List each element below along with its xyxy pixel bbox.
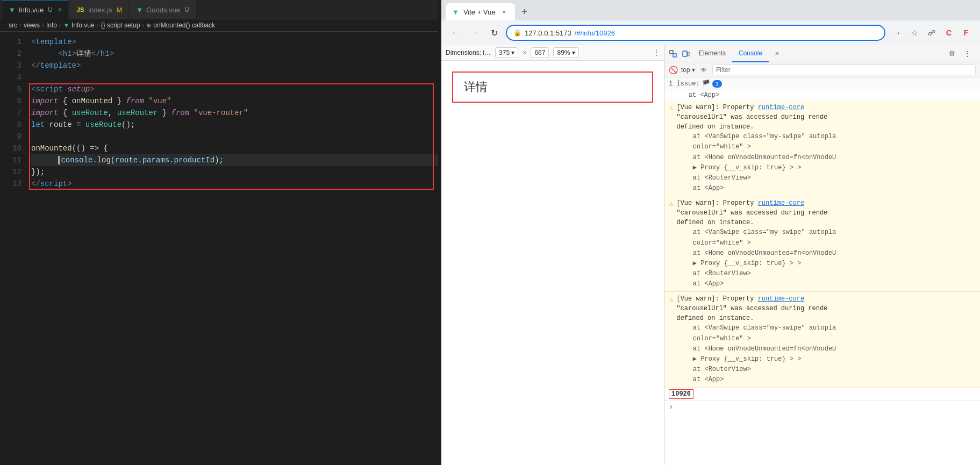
browser-toolbar: ← → ↻ 🔒 127.0.0.1:5173 /#/info/10926 → ☆… xyxy=(441,20,980,45)
devtools-action-icons: ⚙ ⋮ xyxy=(946,47,978,60)
settings-button[interactable]: ⚙ xyxy=(946,47,958,60)
address-url-prefix: 127.0.0.1:5173 xyxy=(525,29,571,37)
console-output-10926: 10926 xyxy=(664,388,980,400)
dimensions-x: × xyxy=(523,49,526,56)
lock-icon: 🔒 xyxy=(513,29,521,37)
browser-body: Dimensions: i… 375 ▾ × 667 89% ▾ ⋮ 详情 xyxy=(441,45,980,465)
code-line-3: </template> xyxy=(31,60,438,71)
browser-tab-vue-icon: ▼ xyxy=(452,8,459,16)
breadcrumb-func-icon: ⊕ xyxy=(146,22,151,29)
console-warning-2: ⚠ [Vue warn]: Property runtime-core "car… xyxy=(664,196,980,292)
viewport-toolbar: Dimensions: i… 375 ▾ × 667 89% ▾ ⋮ xyxy=(441,45,664,61)
console-at-app-0: at <App> xyxy=(664,90,980,101)
svg-rect-1 xyxy=(673,54,676,57)
code-line-10: onMounted (() => { xyxy=(31,142,438,154)
tab-console[interactable]: Console xyxy=(732,45,769,62)
tab-info-vue-label: Info.vue xyxy=(19,6,44,14)
code-line-1: <template> xyxy=(31,36,438,48)
extensions-button[interactable]: ☍ xyxy=(924,25,939,40)
bookmark-button[interactable]: ☆ xyxy=(907,25,922,40)
viewport: Dimensions: i… 375 ▾ × 667 89% ▾ ⋮ 详情 xyxy=(441,45,664,465)
c-icon-button[interactable]: C xyxy=(941,25,956,40)
detail-box: 详情 xyxy=(452,71,653,103)
breadcrumb-src: src xyxy=(9,22,17,29)
warning-icon-2: ⚠ xyxy=(669,199,673,289)
code-area: 1 2 3 4 5 6 7 8 9 10 11 12 13 <template> xyxy=(0,32,438,465)
editor-tab-bar: ▼ Info.vue U × JS index.js M ▼ Goods.vue… xyxy=(0,0,438,19)
breadcrumb: src › views › Info › ▼ Info.vue › {} scr… xyxy=(0,19,438,32)
issue-icon[interactable]: 🏴 xyxy=(702,80,710,88)
warning-text-2: [Vue warn]: Property runtime-core "carou… xyxy=(676,198,976,289)
issue-label: 1 Issue: xyxy=(669,80,700,88)
zoom-select[interactable]: 89% ▾ xyxy=(553,47,578,58)
browser-pane: ▼ Vite + Vue × + ← → ↻ 🔒 127.0.0.1:5173 … xyxy=(441,0,980,465)
inspect-button[interactable] xyxy=(667,47,679,60)
address-url-path: /#/info/10926 xyxy=(575,29,615,37)
tab-index-js-label: index.js xyxy=(88,6,112,14)
console-toolbar: 🚫 top ▾ 👁 xyxy=(664,62,980,77)
svg-rect-3 xyxy=(688,52,689,56)
code-line-2: <h1> 详情 </h1> xyxy=(31,48,438,60)
f-icon-button[interactable]: F xyxy=(958,25,974,40)
clear-console-button[interactable]: 🚫 xyxy=(669,66,678,74)
tab-goods-vue[interactable]: ▼ Goods.vue U xyxy=(130,0,195,19)
vue-icon-goods: ▼ xyxy=(136,6,143,14)
console-cursor: › xyxy=(664,400,980,413)
address-bar[interactable]: 🔒 127.0.0.1:5173 /#/info/10926 xyxy=(506,25,885,41)
svg-rect-2 xyxy=(683,51,687,56)
share-button[interactable]: → xyxy=(890,25,905,40)
browser-tab-close[interactable]: × xyxy=(500,8,509,16)
code-line-7: import { useRoute , useRouter } from "vu… xyxy=(31,107,438,119)
runtime-core-link-1[interactable]: runtime-core xyxy=(758,104,804,111)
tab-index-js[interactable]: JS index.js M xyxy=(69,0,128,19)
tab-indicator-u: U xyxy=(48,6,53,13)
code-line-8: let route = useRoute (); xyxy=(31,119,438,131)
dimensions-select[interactable]: 375 ▾ xyxy=(495,47,518,58)
browser-tab-vite[interactable]: ▼ Vite + Vue × xyxy=(446,3,515,20)
output-value: 10926 xyxy=(669,389,693,399)
refresh-button[interactable]: ↻ xyxy=(487,25,502,40)
code-line-5: <script setup > xyxy=(31,83,438,95)
more-options-button[interactable]: ⋮ xyxy=(653,49,660,56)
devtools-panel: Elements Console » ⚙ ⋮ 🚫 top ▾ 👁 xyxy=(664,45,980,465)
breadcrumb-callback: onMounted() callback xyxy=(153,22,215,29)
warning-icon-1: ⚠ xyxy=(669,103,673,194)
tab-elements[interactable]: Elements xyxy=(692,45,732,62)
device-toolbar-button[interactable] xyxy=(679,47,692,60)
console-warning-3: ⚠ [Vue warn]: Property runtime-core "car… xyxy=(664,292,980,388)
breadcrumb-info: Info xyxy=(46,22,57,29)
runtime-core-link-2[interactable]: runtime-core xyxy=(758,199,804,207)
runtime-core-link-3[interactable]: runtime-core xyxy=(758,295,804,303)
svg-rect-0 xyxy=(670,51,673,54)
vue-icon: ▼ xyxy=(9,6,16,14)
height-select[interactable]: 667 xyxy=(531,47,549,58)
line-numbers: 1 2 3 4 5 6 7 8 9 10 11 12 13 xyxy=(0,32,27,465)
eye-button[interactable]: 👁 xyxy=(698,65,709,75)
tab-goods-vue-label: Goods.vue xyxy=(146,6,180,14)
tab-info-vue-close[interactable]: × xyxy=(58,6,62,13)
browser-action-buttons: → ☆ ☍ C F xyxy=(890,25,974,40)
code-line-12: }); xyxy=(31,166,438,178)
js-icon: JS xyxy=(76,6,85,13)
viewport-content: 详情 xyxy=(441,61,664,465)
warning-icon-3: ⚠ xyxy=(669,295,673,385)
back-button[interactable]: ← xyxy=(448,25,463,40)
forward-button[interactable]: → xyxy=(467,25,482,40)
close-devtools-button[interactable]: ⋮ xyxy=(961,47,974,60)
breadcrumb-views: views xyxy=(24,22,40,29)
code-line-13: </script> xyxy=(31,178,438,190)
warning-text-1: [Vue warn]: Property runtime-core "carou… xyxy=(676,103,976,194)
new-tab-button[interactable]: + xyxy=(517,4,532,19)
breadcrumb-script: {} script setup xyxy=(101,22,140,29)
console-filter-input[interactable] xyxy=(712,65,976,75)
issue-count: 1 xyxy=(712,80,723,88)
browser-tab-bar: ▼ Vite + Vue × + xyxy=(441,0,980,20)
issue-bar: 1 Issue: 🏴 1 xyxy=(664,77,980,90)
code-content[interactable]: <template> <h1> 详情 </h1> </template> <sc… xyxy=(27,32,438,465)
tab-info-vue[interactable]: ▼ Info.vue U × xyxy=(2,0,68,19)
code-line-11: console . log ( route . params . product… xyxy=(31,154,438,166)
tab-goods-indicator: U xyxy=(184,6,189,13)
editor-pane: ▼ Info.vue U × JS index.js M ▼ Goods.vue… xyxy=(0,0,438,465)
tab-more[interactable]: » xyxy=(769,45,785,62)
console-content[interactable]: 1 Issue: 🏴 1 at <App> ⚠ [Vue warn]: Prop… xyxy=(664,77,980,465)
